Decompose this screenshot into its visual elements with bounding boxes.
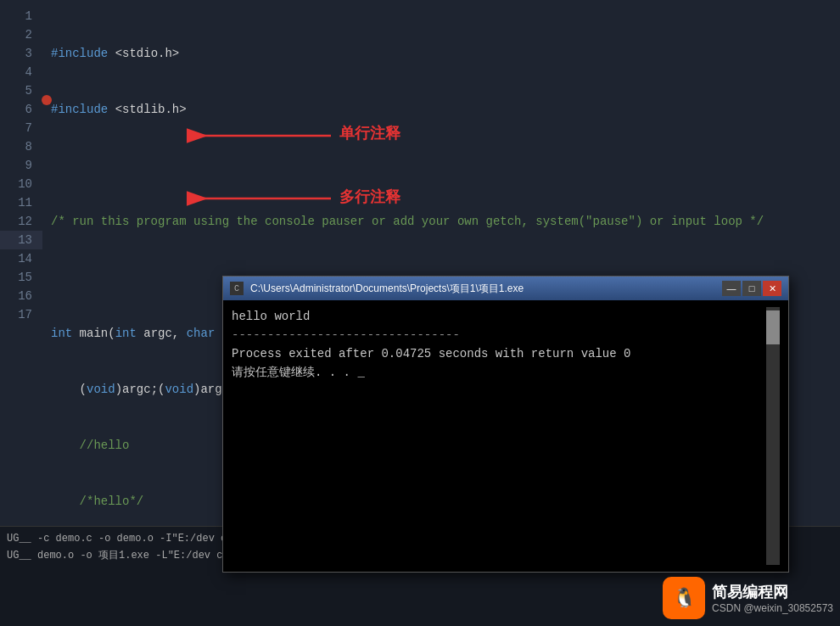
ln-7: 7: [0, 119, 42, 137]
ln-14: 14: [0, 249, 42, 268]
console-body: hello world ----------------------------…: [223, 300, 788, 572]
ln-10: 10: [0, 175, 42, 193]
console-line-1: hello world: [232, 307, 766, 326]
console-title: C:\Users\Administrator\Documents\Project…: [250, 282, 722, 296]
ln-3: 3: [0, 44, 42, 63]
watermark: 🐧 简易编程网 CSDN @weixin_30852573: [663, 577, 833, 619]
console-line-3: Process exited after 0.04725 seconds wit…: [232, 344, 766, 363]
ln-2: 2: [0, 25, 42, 44]
ln-11: 11: [0, 193, 42, 212]
console-app-icon: C: [230, 282, 244, 295]
line-numbers: 1 2 3 4 5 6 7 8 9 10 11 12 13 14 15 16 1…: [0, 0, 42, 526]
multi-comment-annotation: 多行注释: [339, 187, 400, 207]
console-titlebar: C C:\Users\Administrator\Documents\Proje…: [223, 277, 788, 300]
ln-17: 17: [0, 305, 42, 324]
scroll-thumb[interactable]: [766, 310, 780, 344]
console-line-2: --------------------------------: [232, 326, 766, 344]
ln-13: 13: [0, 231, 42, 249]
console-output: hello world ----------------------------…: [232, 307, 766, 565]
console-controls: — □ ✕: [722, 281, 781, 296]
ln-16: 16: [0, 287, 42, 305]
code-line-3: [51, 156, 832, 175]
single-comment-annotation: 单行注释: [339, 123, 400, 143]
console-window: C C:\Users\Administrator\Documents\Proje…: [222, 276, 789, 573]
ln-15: 15: [0, 268, 42, 287]
watermark-sub: CSDN @weixin_30852573: [712, 602, 833, 614]
breakpoint: [40, 91, 53, 109]
ln-4: 4: [0, 63, 42, 81]
ln-12: 12: [0, 212, 42, 231]
ln-6: 6: [0, 100, 42, 119]
console-line-4: 请按任意键继续. . . _: [232, 363, 766, 382]
watermark-name: 简易编程网: [712, 582, 833, 602]
minimize-button[interactable]: —: [722, 281, 741, 296]
watermark-icon: 🐧: [673, 587, 696, 610]
watermark-text: 简易编程网 CSDN @weixin_30852573: [712, 582, 833, 614]
maximize-button[interactable]: □: [742, 281, 761, 296]
close-button[interactable]: ✕: [763, 281, 781, 296]
ln-5: 5: [0, 81, 42, 100]
code-line-4: /* run this program using the console pa…: [51, 212, 832, 231]
code-line-2: #include <stdlib.h>: [51, 100, 832, 119]
code-line-1: #include <stdio.h>: [51, 44, 832, 63]
ln-1: 1: [0, 7, 42, 25]
ln-9: 9: [0, 156, 42, 175]
ln-8: 8: [0, 137, 42, 156]
watermark-logo: 🐧: [663, 577, 705, 619]
console-scrollbar[interactable]: [766, 307, 780, 565]
